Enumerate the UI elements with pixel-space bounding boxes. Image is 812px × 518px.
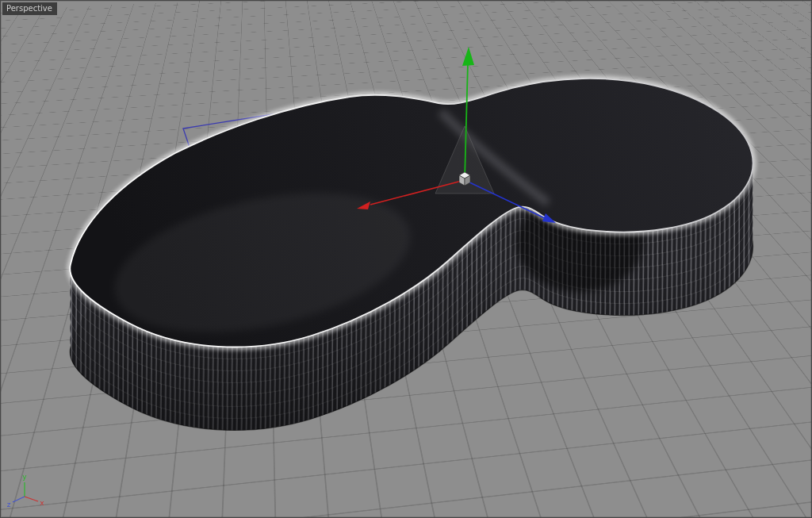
mini-axis-x-label: x (40, 499, 44, 507)
viewport-camera-label[interactable]: Perspective (2, 2, 57, 15)
gizmo-origin-cube[interactable] (459, 172, 470, 186)
mini-axis-x-line (25, 497, 38, 501)
mini-axis: y x z (7, 473, 45, 508)
mini-axis-y-label: y (22, 473, 27, 481)
scene-svg: y x z (1, 1, 812, 518)
viewport-3d[interactable]: Perspective (0, 0, 812, 518)
mesh-object[interactable] (1, 1, 812, 518)
mini-axis-z-label: z (7, 501, 11, 508)
mini-axis-z-line (13, 497, 25, 502)
